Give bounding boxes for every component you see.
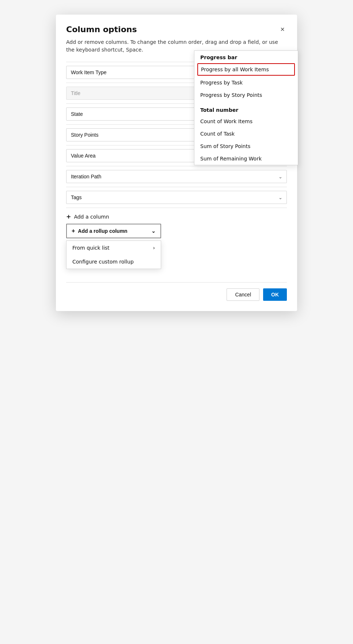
from-quick-list-option[interactable]: From quick list › bbox=[67, 241, 161, 255]
total-number-section-label: Total number bbox=[194, 103, 298, 115]
progress-by-all-work-items-option[interactable]: Progress by all Work Items bbox=[197, 63, 295, 76]
plus-icon: + bbox=[66, 213, 71, 220]
column-options-dialog: Column options × Add or remove columns. … bbox=[56, 15, 297, 311]
plus-icon: + bbox=[72, 228, 75, 234]
add-rollup-column-button[interactable]: + Add a rollup column ⌄ bbox=[66, 224, 161, 238]
rollup-section: + Add a rollup column ⌄ From quick list … bbox=[66, 224, 287, 238]
ok-button[interactable]: OK bbox=[263, 288, 287, 301]
from-quick-list-label: From quick list bbox=[72, 245, 110, 251]
rollup-button-label: Add a rollup column bbox=[78, 228, 127, 234]
arrow-right-icon: › bbox=[153, 245, 155, 251]
sum-of-story-points-option[interactable]: Sum of Story Points bbox=[194, 140, 298, 152]
columns-list: Work Item Type ⌄ ✕ Title ⌄ ⓘ State ⌄ bbox=[66, 62, 287, 208]
column-row: Value Area ⌄ Progress bar Progress by al… bbox=[66, 145, 287, 166]
progress-bar-section-label: Progress bar bbox=[194, 51, 298, 62]
progress-by-story-points-option[interactable]: Progress by Story Points bbox=[194, 89, 298, 101]
progress-options-panel: Progress bar Progress by all Work Items … bbox=[194, 50, 298, 165]
add-column-label: Add a column bbox=[74, 214, 109, 220]
close-button[interactable]: × bbox=[278, 25, 287, 34]
cancel-button[interactable]: Cancel bbox=[227, 288, 259, 301]
iteration-path-select[interactable]: Iteration Path bbox=[66, 170, 287, 183]
count-of-work-items-option[interactable]: Count of Work Items bbox=[194, 115, 298, 128]
column-row: Tags ⌄ bbox=[66, 187, 287, 208]
iteration-path-wrapper: Iteration Path ⌄ bbox=[66, 170, 287, 183]
dialog-title: Column options bbox=[66, 25, 137, 34]
rollup-dropdown: From quick list › Configure custom rollu… bbox=[66, 240, 161, 269]
configure-custom-rollup-label: Configure custom rollup bbox=[72, 259, 134, 265]
tags-wrapper: Tags ⌄ bbox=[66, 191, 287, 204]
tags-select[interactable]: Tags bbox=[66, 191, 287, 204]
sum-of-remaining-work-option[interactable]: Sum of Remaining Work bbox=[194, 152, 298, 165]
count-of-task-option[interactable]: Count of Task bbox=[194, 128, 298, 140]
column-row: Iteration Path ⌄ bbox=[66, 166, 287, 187]
progress-by-task-option[interactable]: Progress by Task bbox=[194, 76, 298, 89]
chevron-down-icon: ⌄ bbox=[151, 228, 156, 234]
configure-custom-rollup-option[interactable]: Configure custom rollup bbox=[67, 255, 161, 269]
dialog-footer: Cancel OK bbox=[66, 282, 287, 301]
add-column-button[interactable]: + Add a column bbox=[66, 208, 287, 222]
dialog-header: Column options × bbox=[66, 25, 287, 34]
